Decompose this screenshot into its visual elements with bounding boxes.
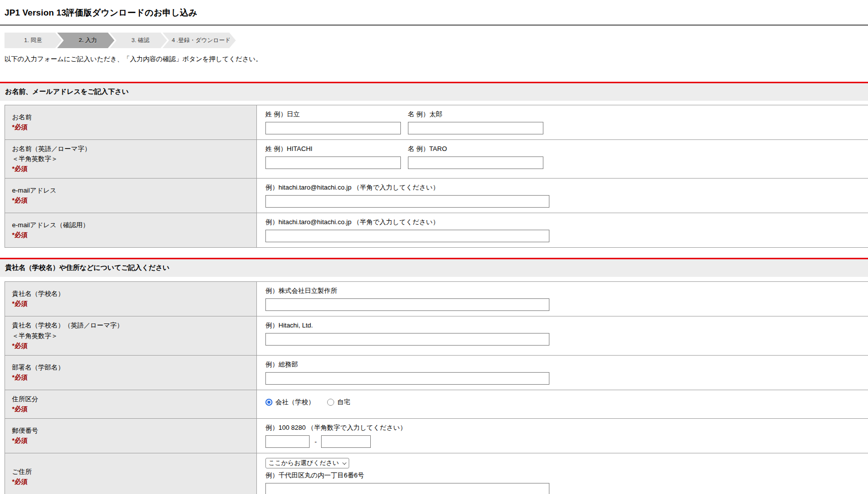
email-example-label: 例）hitachi.taro@hitachi.co.jp （半角で入力してくださ… [265, 183, 863, 192]
required-badge: *必須 [12, 477, 249, 487]
form-row-email: e-mailアドレス *必須 例）hitachi.taro@hitachi.co… [5, 179, 868, 213]
postal-code-input-1[interactable] [265, 435, 310, 448]
form-row-address: ご住所 *必須 ここからお選びください 例）千代田区丸の内一丁目6番6号 [5, 453, 868, 494]
row-label-note: ＜半角英数字＞ [12, 331, 249, 341]
prefecture-select-value: ここからお選びください [268, 459, 339, 467]
radio-home-icon[interactable] [327, 399, 334, 406]
row-field-cell: 例）hitachi.taro@hitachi.co.jp （半角で入力してくださ… [256, 179, 868, 213]
required-badge: *必須 [12, 404, 249, 414]
department-example-label: 例）総務部 [265, 360, 863, 369]
address-type-radio-group: 会社（学校） 自宅 [265, 398, 863, 407]
row-label: e-mailアドレス（確認用） [12, 220, 249, 230]
row-field-cell: 例）100 8280 （半角数字で入力してください） - [256, 419, 868, 453]
row-label-cell: 貴社名（学校名） *必須 [5, 282, 256, 316]
step-label: 4 .登録・ダウンロード [172, 37, 231, 44]
first-name-romaji-input[interactable] [408, 156, 543, 169]
last-name-example-label: 姓 例）日立 [265, 110, 401, 119]
row-label-cell: ご住所 *必須 [5, 453, 256, 494]
company-name-input[interactable] [265, 298, 549, 311]
row-label-cell: 住所区分 *必須 [5, 390, 256, 418]
address-input[interactable] [265, 483, 549, 494]
row-label-note: ＜半角英数字＞ [12, 154, 249, 164]
row-label-cell: 郵便番号 *必須 [5, 419, 256, 453]
row-label-cell: e-mailアドレス *必須 [5, 179, 256, 213]
step-4-register-download: 4 .登録・ダウンロード [163, 33, 236, 48]
required-badge: *必須 [12, 196, 249, 206]
page-title: JP1 Version 13評価版ダウンロードのお申し込み [0, 0, 868, 25]
row-label-cell: 部署名（学部名） *必須 [5, 356, 256, 390]
chevron-down-icon [343, 460, 347, 464]
row-label: 貴社名（学校名）（英語／ローマ字） [12, 320, 249, 331]
last-name-input[interactable] [265, 122, 401, 134]
form-row-department: 部署名（学部名） *必須 例）総務部 [5, 356, 868, 390]
address-type-option-home[interactable]: 自宅 [327, 398, 350, 407]
form-row-address-type: 住所区分 *必須 会社（学校） 自宅 [5, 390, 868, 419]
required-badge: *必須 [12, 299, 249, 309]
step-1-agree: 1. 同意 [5, 33, 62, 48]
row-label-cell: e-mailアドレス（確認用） *必須 [5, 213, 256, 247]
required-badge: *必須 [12, 230, 249, 240]
section-heading-company-address: 貴社名（学校名）や住所などについてご記入ください [0, 258, 868, 277]
row-label-cell: お名前（英語／ローマ字） ＜半角英数字＞ *必須 [5, 140, 256, 178]
row-field-cell: 例）hitachi.taro@hitachi.co.jp （半角で入力してくださ… [256, 213, 868, 247]
first-name-example-label: 名 例）太郎 [408, 110, 543, 119]
radio-company-icon[interactable] [265, 399, 272, 406]
first-name-romaji-example-label: 名 例）TARO [408, 144, 543, 153]
row-field-cell: 例）株式会社日立製作所 [256, 282, 868, 316]
row-field-cell: ここからお選びください 例）千代田区丸の内一丁目6番6号 [256, 453, 868, 494]
row-label: 貴社名（学校名） [12, 289, 249, 299]
form-row-company-name-romaji: 貴社名（学校名）（英語／ローマ字） ＜半角英数字＞ *必須 例）Hitachi,… [5, 316, 868, 355]
address-example-label: 例）千代田区丸の内一丁目6番6号 [265, 471, 863, 480]
email-input[interactable] [265, 195, 549, 208]
company-address-form-table: 貴社名（学校名） *必須 例）株式会社日立製作所 貴社名（学校名）（英語／ローマ… [5, 281, 868, 494]
address-type-option-company[interactable]: 会社（学校） [265, 398, 315, 407]
section-heading-name-email: お名前、メールアドレスをご記入下さい [0, 82, 868, 101]
required-badge: *必須 [12, 436, 249, 446]
company-name-romaji-input[interactable] [265, 333, 549, 346]
row-field-cell: 例）総務部 [256, 356, 868, 390]
postal-code-input-2[interactable] [321, 435, 371, 448]
name-email-form-table: お名前 *必須 姓 例）日立 名 例）太郎 お名前（英語 [5, 105, 868, 248]
row-label-cell: 貴社名（学校名）（英語／ローマ字） ＜半角英数字＞ *必須 [5, 316, 256, 355]
form-row-company-name: 貴社名（学校名） *必須 例）株式会社日立製作所 [5, 282, 868, 316]
row-label-cell: お名前 *必須 [5, 105, 256, 139]
required-badge: *必須 [12, 373, 249, 383]
row-label: 郵便番号 [12, 426, 249, 436]
company-name-example-label: 例）株式会社日立製作所 [265, 286, 863, 295]
postal-code-example-label: 例）100 8280 （半角数字で入力してください） [265, 423, 863, 432]
last-name-romaji-input[interactable] [265, 156, 401, 169]
step-label: 2. 入力 [79, 37, 97, 44]
form-row-name-romaji: お名前（英語／ローマ字） ＜半角英数字＞ *必須 姓 例）HITACHI 名 例… [5, 140, 868, 179]
row-label: 住所区分 [12, 394, 249, 404]
row-field-cell: 姓 例）日立 名 例）太郎 [256, 105, 868, 139]
email-confirm-input[interactable] [265, 230, 549, 242]
row-label: お名前（英語／ローマ字） [12, 144, 249, 154]
department-input[interactable] [265, 372, 549, 385]
radio-home-label: 自宅 [337, 398, 350, 407]
form-instruction: 以下の入力フォームにご記入いただき、「入力内容の確認」ボタンを押してください。 [5, 55, 868, 64]
step-label: 3. 確認 [131, 37, 150, 44]
row-label: 部署名（学部名） [12, 363, 249, 373]
row-field-cell: 会社（学校） 自宅 [256, 390, 868, 418]
form-row-postal-code: 郵便番号 *必須 例）100 8280 （半角数字で入力してください） - [5, 419, 868, 453]
title-divider [0, 25, 868, 26]
step-label: 1. 同意 [24, 37, 42, 44]
company-name-romaji-example-label: 例）Hitachi, Ltd. [265, 321, 863, 330]
required-badge: *必須 [12, 164, 249, 174]
prefecture-select[interactable]: ここからお選びください [265, 458, 349, 468]
form-row-email-confirm: e-mailアドレス（確認用） *必須 例）hitachi.taro@hitac… [5, 213, 868, 248]
row-field-cell: 例）Hitachi, Ltd. [256, 316, 868, 355]
application-form-page: JP1 Version 13評価版ダウンロードのお申し込み 1. 同意 2. 入… [0, 0, 868, 494]
required-badge: *必須 [12, 122, 249, 132]
step-indicator: 1. 同意 2. 入力 3. 確認 4 .登録・ダウンロード [5, 33, 868, 48]
postal-code-separator: - [315, 438, 317, 445]
row-field-cell: 姓 例）HITACHI 名 例）TARO [256, 140, 868, 178]
first-name-input[interactable] [408, 122, 543, 134]
email-confirm-example-label: 例）hitachi.taro@hitachi.co.jp （半角で入力してくださ… [265, 218, 863, 227]
row-label: お名前 [12, 112, 249, 122]
form-row-name: お名前 *必須 姓 例）日立 名 例）太郎 [5, 105, 868, 140]
step-2-input: 2. 入力 [57, 33, 114, 48]
required-badge: *必須 [12, 341, 249, 351]
step-3-confirm: 3. 確認 [110, 33, 167, 48]
last-name-romaji-example-label: 姓 例）HITACHI [265, 144, 401, 153]
